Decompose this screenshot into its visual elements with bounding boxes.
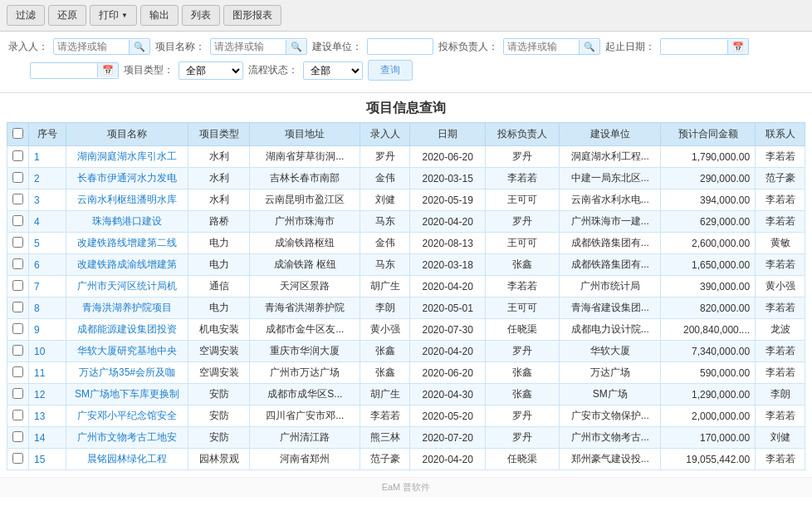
row-name[interactable]: 广安邓小平纪念馆安全 — [66, 406, 188, 427]
project-table: 序号 项目名称 项目类型 项目地址 录入人 日期 投标负责人 建设单位 预计合同… — [7, 122, 805, 470]
row-contact: 李若若 — [756, 189, 805, 211]
row-build-unit: 青海省建设集团... — [560, 297, 661, 319]
end-date-calendar-btn[interactable]: 📅 — [727, 40, 748, 54]
bid-manager-search-btn[interactable]: 🔍 — [579, 40, 599, 54]
row-contact: 龙波 — [756, 319, 805, 341]
table-row: 4 珠海鹤港口建设 路桥 广州市珠海市 马东 2020-04-20 罗丹 广州珠… — [7, 211, 805, 233]
row-amount: 19,055,442.00 — [661, 449, 756, 470]
row-build-unit: 洞庭湖水利工程... — [560, 146, 661, 168]
row-date: 2020-06-20 — [410, 362, 486, 384]
end-date-input[interactable] — [661, 39, 727, 54]
row-index: 12 — [29, 384, 66, 406]
row-address: 成渝铁路枢纽 — [250, 233, 360, 254]
row-name[interactable]: 青海洪湖养护院项目 — [66, 297, 188, 319]
row-type: 水利 — [188, 189, 250, 211]
row-build-unit: 广州珠海市一建... — [560, 211, 661, 233]
row-amount: 170,000.00 — [661, 427, 756, 449]
row-build-unit: 成都铁路集团有... — [560, 233, 661, 254]
row-recorder: 金伟 — [360, 168, 410, 189]
row-checkbox-cell — [7, 384, 29, 406]
row-index: 4 — [29, 211, 66, 233]
row-date: 2020-04-20 — [410, 211, 486, 233]
export-button[interactable]: 输出 — [140, 5, 179, 26]
row-date: 2020-08-13 — [410, 233, 486, 254]
row-checkbox[interactable] — [12, 280, 23, 291]
row-name[interactable]: 晨铭园林绿化工程 — [66, 449, 188, 470]
recorder-input[interactable] — [54, 39, 129, 54]
row-bid-manager: 罗丹 — [486, 146, 560, 168]
recorder-search-btn[interactable]: 🔍 — [129, 40, 149, 54]
row-checkbox-cell — [7, 341, 29, 362]
row-name[interactable]: 改建铁路线增建第二线 — [66, 233, 188, 254]
row-checkbox[interactable] — [12, 431, 23, 442]
row-name[interactable]: 广州市文物考古工地安 — [66, 427, 188, 449]
row-checkbox[interactable] — [12, 453, 23, 464]
row-build-unit: 中建一局东北区... — [560, 168, 661, 189]
row-checkbox-cell — [7, 449, 29, 470]
row-contact: 李若若 — [756, 254, 805, 276]
row-checkbox[interactable] — [12, 323, 23, 334]
row-checkbox[interactable] — [12, 258, 23, 269]
row-name[interactable]: 云南水利枢纽潘明水库 — [66, 189, 188, 211]
row-checkbox[interactable] — [12, 194, 23, 204]
list-button[interactable]: 列表 — [182, 5, 220, 26]
bid-manager-input-group: 🔍 — [503, 38, 600, 55]
row-date: 2020-06-20 — [410, 146, 486, 168]
project-name-input[interactable] — [211, 39, 286, 54]
row-name[interactable]: 珠海鹤港口建设 — [66, 211, 188, 233]
row-checkbox[interactable] — [12, 302, 23, 312]
row-name[interactable]: 湖南洞庭湖水库引水工 — [66, 146, 188, 168]
row-checkbox[interactable] — [12, 410, 23, 420]
chart-button[interactable]: 图形报表 — [223, 5, 281, 26]
row-date: 2020-04-20 — [410, 341, 486, 362]
row-address: 河南省郑州 — [250, 449, 360, 470]
row-checkbox[interactable] — [12, 150, 23, 161]
project-type-label: 项目类型： — [124, 63, 174, 77]
start-date-calendar-btn[interactable]: 📅 — [97, 63, 118, 77]
bid-manager-input[interactable] — [504, 39, 579, 54]
row-checkbox[interactable] — [12, 388, 23, 399]
row-checkbox[interactable] — [12, 215, 23, 226]
project-name-search-btn[interactable]: 🔍 — [286, 40, 306, 54]
row-name[interactable]: SM广场地下车库更换制 — [66, 384, 188, 406]
row-address: 广州市珠海市 — [250, 211, 360, 233]
select-all-checkbox[interactable] — [12, 128, 23, 139]
row-checkbox[interactable] — [12, 366, 23, 377]
row-address: 广州清江路 — [250, 427, 360, 449]
row-name[interactable]: 改建铁路成渝线增建第 — [66, 254, 188, 276]
row-name[interactable]: 广州市天河区统计局机 — [66, 276, 188, 297]
print-button[interactable]: 打印 — [90, 5, 137, 26]
row-date: 2020-03-15 — [410, 168, 486, 189]
row-checkbox-cell — [7, 254, 29, 276]
row-build-unit: 万达广场 — [560, 362, 661, 384]
flow-status-select[interactable]: 全部 进行中 已完成 已取消 — [304, 62, 362, 79]
row-amount: 629,000.00 — [661, 211, 756, 233]
table-row: 6 改建铁路成渝线增建第 电力 成渝铁路 枢纽 马东 2020-03-18 张鑫… — [7, 254, 805, 276]
row-checkbox[interactable] — [12, 237, 23, 248]
row-recorder: 马东 — [360, 254, 410, 276]
end-date-label: 起止日期： — [605, 40, 655, 54]
reset-button[interactable]: 还原 — [48, 5, 86, 26]
row-recorder: 马东 — [360, 211, 410, 233]
filter-button[interactable]: 过滤 — [7, 5, 45, 26]
row-name[interactable]: 华软大厦研究基地中央 — [66, 341, 188, 362]
row-checkbox[interactable] — [12, 345, 23, 356]
build-unit-input[interactable] — [367, 38, 433, 55]
row-name[interactable]: 万达广场35#会所及咖 — [66, 362, 188, 384]
project-type-select[interactable]: 全部 水利 路桥 电力 通信 机电安装 空调安装 安防 园林景观 — [179, 62, 242, 79]
row-build-unit: 郑州豪气建设投... — [560, 449, 661, 470]
recorder-input-group: 🔍 — [53, 38, 150, 55]
table-container: 序号 项目名称 项目类型 项目地址 录入人 日期 投标负责人 建设单位 预计合同… — [0, 122, 812, 477]
row-address: 四川省广安市邓... — [250, 406, 360, 427]
project-type-select-group: 全部 水利 路桥 电力 通信 机电安装 空调安装 安防 园林景观 — [179, 61, 243, 80]
header-recorder: 录入人 — [360, 123, 410, 146]
row-bid-manager: 张鑫 — [486, 362, 560, 384]
start-date-input[interactable] — [31, 63, 97, 78]
row-name[interactable]: 成都能源建设集团投资 — [66, 319, 188, 341]
row-checkbox[interactable] — [12, 172, 23, 183]
row-name[interactable]: 长春市伊通河水力发电 — [66, 168, 188, 189]
table-header-row: 序号 项目名称 项目类型 项目地址 录入人 日期 投标负责人 建设单位 预计合同… — [7, 123, 805, 146]
query-button[interactable]: 查询 — [368, 60, 413, 81]
row-address: 云南昆明市盈江区 — [250, 189, 360, 211]
row-recorder: 罗丹 — [360, 146, 410, 168]
